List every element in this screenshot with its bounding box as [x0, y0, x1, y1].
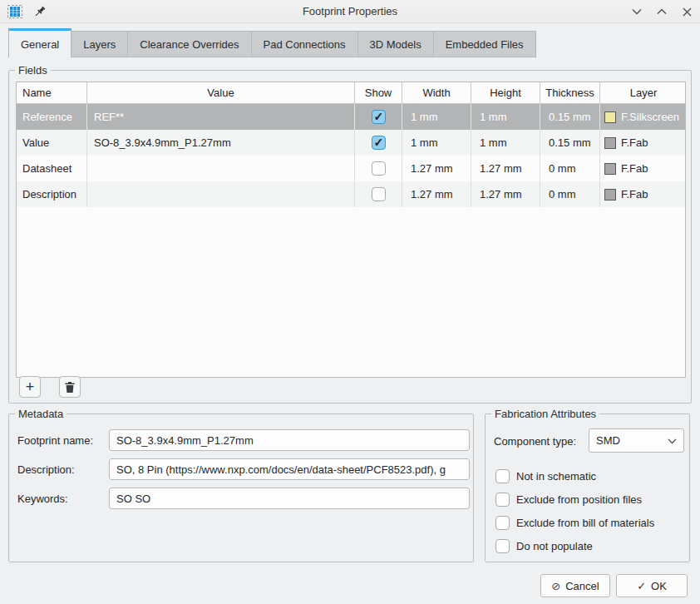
- checkbox-exclude-bom[interactable]: Exclude from bill of materials: [495, 516, 654, 530]
- layer-color-swatch: [604, 189, 616, 201]
- keywords-label: Keywords:: [17, 493, 68, 505]
- fields-group-label: Fields: [15, 64, 51, 77]
- field-name-cell[interactable]: Value: [17, 130, 87, 156]
- col-header-height[interactable]: Height: [471, 82, 540, 103]
- checkbox-label: Exclude from position files: [516, 493, 642, 506]
- col-header-thickness[interactable]: Thickness: [540, 82, 600, 103]
- fabrication-group-label: Fabrication Attributes: [491, 408, 599, 420]
- field-layer-cell[interactable]: F.Fab: [600, 130, 686, 156]
- field-value-cell[interactable]: REF**: [87, 104, 355, 130]
- col-header-name[interactable]: Name: [17, 82, 87, 103]
- show-checkbox[interactable]: [372, 161, 386, 176]
- delete-field-button[interactable]: [59, 376, 81, 398]
- fields-group: Fields Name Value Show Width Height Thic…: [8, 70, 692, 403]
- tab-clearance-overrides[interactable]: Clearance Overrides: [128, 31, 251, 57]
- layer-color-swatch: [604, 111, 616, 123]
- field-value-cell[interactable]: [87, 181, 355, 207]
- close-icon[interactable]: [680, 5, 693, 18]
- field-thickness-cell[interactable]: 0.15 mm: [540, 130, 600, 156]
- field-name-cell[interactable]: Datasheet: [17, 156, 87, 181]
- keywords-input[interactable]: SO SO: [109, 488, 470, 509]
- field-thickness-cell[interactable]: 0 mm: [540, 181, 600, 207]
- tab-3d-models[interactable]: 3D Models: [358, 31, 434, 57]
- field-value-cell[interactable]: [87, 156, 355, 181]
- field-height-cell[interactable]: 1 mm: [471, 104, 540, 130]
- field-layer-cell[interactable]: F.Fab: [600, 156, 686, 181]
- ok-button[interactable]: ✓ OK: [616, 574, 688, 597]
- fabrication-attributes-group: Fabrication Attributes Component type: S…: [485, 413, 690, 562]
- field-height-cell[interactable]: 1.27 mm: [471, 156, 540, 181]
- cancel-icon: ⊘: [551, 580, 560, 592]
- field-name-cell[interactable]: Description: [17, 181, 87, 207]
- description-input[interactable]: SO, 8 Pin (https://www.nxp.com/docs/en/d…: [109, 458, 470, 480]
- checkbox-not-in-schematic[interactable]: Not in schematic: [495, 469, 596, 483]
- checkbox-exclude-position-files[interactable]: Exclude from position files: [495, 493, 642, 507]
- cancel-button[interactable]: ⊘ Cancel: [540, 574, 610, 597]
- field-thickness-cell[interactable]: 0.15 mm: [540, 104, 600, 130]
- col-header-show[interactable]: Show: [355, 82, 402, 103]
- minimize-icon[interactable]: [630, 5, 643, 18]
- footprint-name-label: Footprint name:: [17, 434, 93, 447]
- checkbox-label: Do not populate: [516, 540, 593, 552]
- show-checkbox[interactable]: [372, 136, 386, 150]
- component-type-select[interactable]: SMD: [589, 428, 684, 453]
- checkbox-box[interactable]: [495, 539, 510, 553]
- col-header-value[interactable]: Value: [87, 82, 355, 103]
- show-checkbox[interactable]: [372, 110, 386, 124]
- checkbox-do-not-populate[interactable]: Do not populate: [495, 539, 593, 553]
- tab-pad-connections[interactable]: Pad Connections: [252, 31, 358, 57]
- field-name-cell[interactable]: Reference: [17, 104, 87, 130]
- field-layer-cell[interactable]: F.Silkscreen: [600, 104, 686, 130]
- plus-icon: +: [26, 379, 35, 394]
- footprint-name-input[interactable]: SO-8_3.9x4.9mm_P1.27mm: [109, 429, 470, 451]
- checkbox-box[interactable]: [495, 469, 510, 483]
- table-header: Name Value Show Width Height Thickness L…: [17, 82, 685, 104]
- fields-table: Name Value Show Width Height Thickness L…: [16, 82, 686, 378]
- ok-label: OK: [651, 580, 667, 592]
- field-layer-cell[interactable]: F.Fab: [600, 181, 686, 207]
- tab-general[interactable]: General: [8, 28, 71, 57]
- layer-color-swatch: [604, 163, 616, 175]
- cancel-label: Cancel: [565, 580, 599, 592]
- add-field-button[interactable]: +: [19, 376, 41, 398]
- check-icon: ✓: [637, 580, 646, 592]
- col-header-layer[interactable]: Layer: [600, 82, 686, 103]
- tab-layers[interactable]: Layers: [71, 31, 128, 57]
- field-width-cell[interactable]: 1.27 mm: [402, 156, 471, 181]
- tab-bar: General Layers Clearance Overrides Pad C…: [8, 30, 536, 57]
- field-value-cell[interactable]: SO-8_3.9x4.9mm_P1.27mm: [87, 130, 355, 156]
- component-type-value: SMD: [596, 434, 620, 447]
- checkbox-label: Exclude from bill of materials: [516, 517, 654, 529]
- show-checkbox[interactable]: [372, 187, 386, 201]
- metadata-group-label: Metadata: [15, 408, 67, 420]
- checkbox-box[interactable]: [495, 493, 510, 507]
- layer-color-swatch: [604, 137, 616, 149]
- tab-embedded-files[interactable]: Embedded Files: [434, 31, 536, 57]
- chevron-down-icon: [668, 434, 677, 447]
- titlebar: Footprint Properties: [0, 0, 700, 23]
- component-type-label: Component type:: [494, 435, 576, 448]
- maximize-icon[interactable]: [655, 5, 668, 18]
- window-title: Footprint Properties: [0, 5, 700, 17]
- field-width-cell[interactable]: 1 mm: [402, 104, 471, 130]
- description-label: Description:: [17, 463, 75, 476]
- trash-icon: [64, 381, 76, 394]
- table-row[interactable]: Reference REF** 1 mm 1 mm 0.15 mm F.Silk…: [17, 104, 685, 130]
- table-row[interactable]: Value SO-8_3.9x4.9mm_P1.27mm 1 mm 1 mm 0…: [17, 130, 685, 156]
- field-height-cell[interactable]: 1 mm: [471, 130, 540, 156]
- table-row[interactable]: Datasheet 1.27 mm 1.27 mm 0 mm F.Fab: [17, 156, 685, 181]
- field-width-cell[interactable]: 1.27 mm: [402, 181, 471, 207]
- field-width-cell[interactable]: 1 mm: [402, 130, 471, 156]
- table-row[interactable]: Description 1.27 mm 1.27 mm 0 mm F.Fab: [17, 181, 685, 207]
- checkbox-box[interactable]: [495, 516, 510, 530]
- field-height-cell[interactable]: 1.27 mm: [471, 181, 540, 207]
- field-thickness-cell[interactable]: 0 mm: [540, 156, 600, 181]
- col-header-width[interactable]: Width: [402, 82, 471, 103]
- metadata-group: Metadata Footprint name: SO-8_3.9x4.9mm_…: [8, 413, 474, 562]
- checkbox-label: Not in schematic: [516, 470, 596, 483]
